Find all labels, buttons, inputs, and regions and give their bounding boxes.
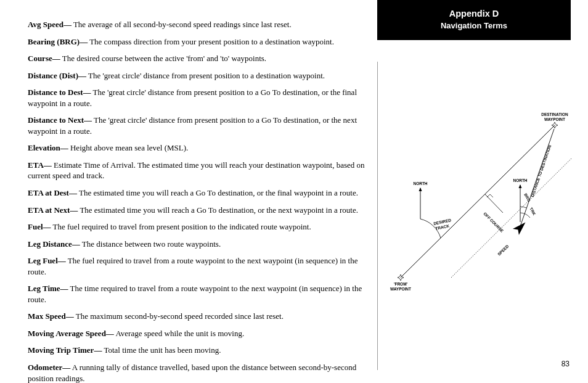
definition-desc: The fuel required to travel from a route… bbox=[28, 256, 358, 276]
definition-desc: The average of all second-by-second spee… bbox=[71, 20, 292, 29]
definition-desc: Estimate Time of Arrival. The estimated … bbox=[28, 160, 365, 181]
definition-item: Avg Speed— The average of all second-by-… bbox=[28, 19, 366, 30]
label-destination-waypoint: WAYPOINT bbox=[544, 117, 565, 121]
vertical-divider bbox=[377, 62, 378, 370]
svg-line-1 bbox=[451, 159, 571, 278]
definition-item: Leg Time— The time required to travel fr… bbox=[28, 283, 366, 305]
definition-desc: The time required to travel from a route… bbox=[28, 284, 362, 304]
definition-term: Course— bbox=[28, 54, 60, 63]
definition-item: Distance (Dist)— The 'great circle' dist… bbox=[28, 70, 366, 81]
definition-term: ETA at Next— bbox=[28, 205, 78, 215]
definition-desc: The 'great circle' distance from present… bbox=[86, 71, 325, 80]
definitions-list: Avg Speed— The average of all second-by-… bbox=[28, 19, 366, 383]
definition-desc: The compass direction from your present … bbox=[88, 37, 334, 46]
label-north-left: NORTH bbox=[413, 181, 427, 186]
definition-desc: A running tally of distance travelled, b… bbox=[28, 363, 356, 383]
definition-item: Distance to Dest— The 'great circle' dis… bbox=[28, 87, 366, 109]
definition-item: Moving Average Speed— Average speed whil… bbox=[28, 328, 366, 339]
definition-term: Max Speed— bbox=[28, 311, 74, 321]
definition-term: Distance to Next— bbox=[28, 115, 92, 125]
definition-desc: The fuel required to travel from present… bbox=[51, 222, 311, 231]
definition-term: ETA— bbox=[28, 160, 52, 170]
definition-desc: The distance between two route waypoints… bbox=[80, 239, 221, 249]
definition-desc: The estimated time you will reach a Go T… bbox=[77, 188, 358, 197]
definition-term: Bearing (BRG)— bbox=[28, 37, 88, 46]
definition-term: Moving Trip Timer— bbox=[28, 345, 102, 355]
definition-term: Odometer— bbox=[28, 363, 70, 372]
label-north-right: NORTH bbox=[513, 178, 527, 183]
label-distance-to-destination: DISTANCE TO DESTINATION bbox=[530, 144, 552, 198]
definition-desc: Average speed while the unit is moving. bbox=[114, 329, 244, 338]
label-off-course: OFF COURSE bbox=[483, 212, 505, 234]
definition-item: Moving Trip Timer— Total time the unit h… bbox=[28, 345, 366, 356]
definition-item: Fuel— The fuel required to travel from p… bbox=[28, 221, 366, 233]
definition-term: Elevation— bbox=[28, 143, 68, 152]
definition-term: Fuel— bbox=[28, 222, 51, 231]
definition-item: ETA— Estimate Time of Arrival. The estim… bbox=[28, 160, 366, 181]
definition-item: Bearing (BRG)— The compass direction fro… bbox=[28, 36, 366, 47]
definition-term: ETA at Dest— bbox=[28, 188, 77, 197]
page-number: 83 bbox=[561, 360, 570, 368]
definition-item: ETA at Next— The estimated time you will… bbox=[28, 205, 366, 216]
definition-term: Leg Fuel— bbox=[28, 256, 66, 265]
label-destination: DESTINATION bbox=[541, 112, 568, 117]
appendix-header: Appendix D Navigation Terms bbox=[377, 0, 571, 40]
definition-term: Distance to Dest— bbox=[28, 88, 91, 97]
definition-term: Avg Speed— bbox=[28, 20, 71, 29]
definition-item: Leg Fuel— The fuel required to travel fr… bbox=[28, 255, 366, 277]
label-from: 'FROM' bbox=[394, 282, 408, 286]
svg-line-5 bbox=[485, 194, 503, 213]
definition-desc: Height above mean sea level (MSL). bbox=[68, 143, 189, 152]
definition-term: Distance (Dist)— bbox=[28, 71, 86, 80]
label-from-waypoint: WAYPOINT bbox=[390, 287, 411, 291]
definition-item: Course— The desired course between the a… bbox=[28, 53, 366, 64]
definition-desc: The maximum second-by-second speed recor… bbox=[74, 311, 284, 321]
definition-item: Leg Distance— The distance between two r… bbox=[28, 239, 366, 250]
svg-line-0 bbox=[401, 125, 555, 278]
definition-item: Elevation— Height above mean sea level (… bbox=[28, 142, 366, 154]
definition-desc: The desired course between the active 'f… bbox=[60, 54, 266, 63]
definition-term: Leg Distance— bbox=[28, 239, 80, 249]
definition-term: Leg Time— bbox=[28, 284, 68, 293]
appendix-subtitle: Navigation Terms bbox=[383, 21, 565, 30]
label-speed: SPEED bbox=[497, 244, 510, 257]
definition-term: Moving Average Speed— bbox=[28, 329, 114, 338]
definition-desc: The estimated time you will reach a Go T… bbox=[78, 205, 358, 215]
definition-desc: Total time the unit has been moving. bbox=[102, 345, 221, 355]
definition-item: Max Speed— The maximum second-by-second … bbox=[28, 311, 366, 322]
appendix-title: Appendix D bbox=[383, 9, 565, 19]
label-trk: TRK bbox=[529, 207, 537, 216]
definition-item: Distance to Next— The 'great circle' dis… bbox=[28, 115, 366, 136]
definition-item: Odometer— A running tally of distance tr… bbox=[28, 362, 366, 383]
definition-item: ETA at Dest— The estimated time you will… bbox=[28, 187, 366, 199]
navigation-diagram: 'FROM' WAYPOINT DESTINATION WAYPOINT NOR… bbox=[390, 108, 574, 293]
